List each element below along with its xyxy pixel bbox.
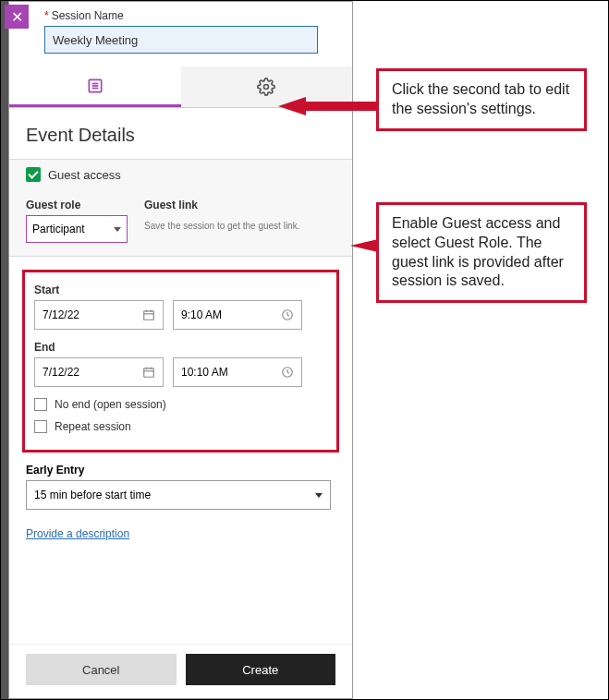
list-icon <box>86 77 104 95</box>
caret-down-icon <box>114 227 121 232</box>
guest-role-value: Participant <box>32 223 85 235</box>
callout-1: Click the second tab to edit the session… <box>376 68 587 131</box>
early-entry-value: 15 min before start time <box>34 489 151 501</box>
svg-rect-5 <box>144 311 154 320</box>
caret-down-icon <box>315 493 323 498</box>
start-label: Start <box>34 284 327 296</box>
no-end-label: No end (open session) <box>55 398 166 411</box>
start-date-value: 7/12/22 <box>43 308 79 321</box>
early-entry-label: Early Entry <box>26 464 335 477</box>
svg-point-4 <box>264 85 269 90</box>
provide-description-link[interactable]: Provide a description <box>26 527 129 540</box>
end-time-input[interactable]: 10:10 AM <box>173 357 302 387</box>
end-date-input[interactable]: 7/12/22 <box>34 357 164 387</box>
repeat-checkbox[interactable] <box>34 420 47 433</box>
guest-access-label: Guest access <box>48 168 121 182</box>
datetime-highlight-box: Start 7/12/22 9:10 AM End <box>22 270 339 453</box>
callout-arrow-2 <box>350 239 378 252</box>
close-icon: ✕ <box>11 8 23 26</box>
create-button[interactable]: Create <box>186 654 336 685</box>
early-entry-select[interactable]: 15 min before start time <box>26 480 331 510</box>
calendar-icon <box>142 366 155 379</box>
repeat-label: Repeat session <box>55 420 131 433</box>
clock-icon <box>281 366 294 379</box>
guest-link-hint: Save the session to get the guest link. <box>144 221 299 231</box>
callout-2: Enable Guest access and select Guest Rol… <box>376 202 587 303</box>
guest-access-checkbox[interactable] <box>26 167 41 182</box>
end-label: End <box>34 341 327 354</box>
calendar-icon <box>142 308 155 321</box>
cancel-button[interactable]: Cancel <box>26 654 177 685</box>
close-button[interactable]: ✕ <box>5 5 29 29</box>
end-date-value: 7/12/22 <box>43 366 79 379</box>
tab-event-details[interactable] <box>9 66 181 107</box>
callout-arrow-1 <box>278 97 378 115</box>
session-name-label: *Session Name <box>44 9 335 22</box>
guest-role-label: Guest role <box>26 199 128 211</box>
session-name-input[interactable] <box>44 26 318 54</box>
no-end-checkbox[interactable] <box>34 398 47 411</box>
start-time-input[interactable]: 9:10 AM <box>173 300 302 330</box>
gear-icon <box>257 78 275 96</box>
section-title: Event Details <box>26 125 335 146</box>
svg-rect-10 <box>144 368 154 377</box>
clock-icon <box>281 308 294 321</box>
start-date-input[interactable]: 7/12/22 <box>34 300 164 330</box>
guest-role-select[interactable]: Participant <box>26 215 128 243</box>
start-time-value: 9:10 AM <box>181 308 222 321</box>
guest-link-label: Guest link <box>144 199 299 211</box>
end-time-value: 10:10 AM <box>181 366 228 379</box>
